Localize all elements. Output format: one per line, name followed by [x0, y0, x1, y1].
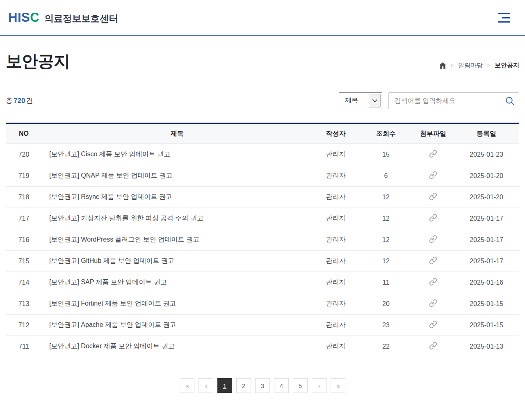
- search-icon: [505, 96, 515, 106]
- row-date: 2025-01-20: [454, 187, 519, 208]
- row-author: 관리자: [312, 208, 359, 229]
- breadcrumb: > 알림마당 > 보안공지: [439, 62, 519, 73]
- row-number: 713: [6, 293, 42, 315]
- row-author: 관리자: [312, 165, 359, 187]
- row-number: 719: [6, 165, 42, 187]
- row-attachment: [413, 187, 454, 208]
- row-date: 2025-01-23: [454, 144, 519, 165]
- row-attachment: [413, 293, 454, 315]
- link-icon: [429, 235, 437, 243]
- total-count-number: 720: [13, 97, 26, 105]
- search-category-select[interactable]: 제목: [339, 92, 382, 109]
- table-body: 720 [보안권고] Cisco 제품 보안 업데이트 권고 관리자 15 20…: [6, 144, 519, 357]
- row-number: 712: [6, 315, 42, 336]
- link-icon: [429, 256, 437, 265]
- row-attachment: [413, 336, 454, 357]
- breadcrumb-separator-icon: >: [451, 63, 454, 68]
- pagination-page-button-3[interactable]: 3: [255, 378, 270, 393]
- total-suffix: 건: [26, 97, 33, 105]
- notice-title-link[interactable]: [보안권고] SAP 제품 보안 업데이트 권고: [42, 272, 312, 293]
- notice-title-link[interactable]: [보안권고] Docker 제품 보안 업데이트 권고: [42, 336, 312, 357]
- attachment-link[interactable]: [429, 256, 437, 265]
- notice-title-link[interactable]: [보안권고] Rsync 제품 보안 업데이트 권고: [42, 187, 312, 208]
- logo-acronym-main: HIS: [8, 10, 30, 25]
- row-date: 2025-01-13: [454, 336, 519, 357]
- pagination-prev-button[interactable]: ‹: [199, 378, 213, 393]
- attachment-link[interactable]: [429, 192, 437, 201]
- attachment-link[interactable]: [429, 320, 437, 329]
- row-author: 관리자: [312, 144, 359, 165]
- row-date: 2025-01-15: [454, 315, 519, 336]
- row-author: 관리자: [312, 293, 359, 315]
- total-prefix: 총: [6, 97, 13, 105]
- row-views: 11: [359, 272, 413, 293]
- breadcrumb-item[interactable]: 알림마당: [458, 62, 483, 69]
- pagination: « ‹ 12345 › »: [6, 378, 519, 393]
- pagination-first-button[interactable]: «: [180, 378, 194, 393]
- row-number: 714: [6, 272, 42, 293]
- column-header-no: NO: [6, 123, 42, 144]
- table-row: 712 [보안권고] Apache 제품 보안 업데이트 권고 관리자 23 2…: [6, 315, 519, 336]
- main-content: 보안공지 > 알림마당 > 보안공지 총720건 제목: [0, 50, 525, 393]
- row-date: 2025-01-17: [454, 208, 519, 229]
- row-number: 718: [6, 187, 42, 208]
- table-row: 715 [보안권고] GitHub 제품 보안 업데이트 권고 관리자 12 2…: [6, 251, 519, 272]
- pagination-page-button-2[interactable]: 2: [236, 378, 251, 393]
- row-number: 716: [6, 229, 42, 251]
- link-icon: [429, 278, 437, 286]
- row-views: 20: [359, 293, 413, 315]
- notice-table: NO 제목 작성자 조회수 첨부파일 등록일 720 [보안권고] Cisco …: [6, 123, 519, 357]
- search-button[interactable]: [504, 95, 516, 107]
- board-controls: 총720건 제목: [6, 92, 519, 109]
- page-title: 보안공지: [6, 50, 70, 73]
- row-date: 2025-01-17: [454, 229, 519, 251]
- notice-title-link[interactable]: [보안권고] 가상자산 탈취를 위한 피싱 공격 주의 권고: [42, 208, 312, 229]
- attachment-link[interactable]: [429, 214, 437, 222]
- column-header-views: 조회수: [359, 123, 413, 144]
- attachment-link[interactable]: [429, 299, 437, 307]
- pagination-page-button-5[interactable]: 5: [293, 378, 308, 393]
- pagination-page-button-4[interactable]: 4: [274, 378, 289, 393]
- pagination-pages: 12345: [217, 378, 308, 393]
- site-logo[interactable]: HISC 의료정보보호센터: [8, 10, 118, 25]
- row-number: 717: [6, 208, 42, 229]
- attachment-link[interactable]: [429, 342, 437, 350]
- row-author: 관리자: [312, 272, 359, 293]
- row-views: 12: [359, 229, 413, 251]
- row-author: 관리자: [312, 229, 359, 251]
- title-row: 보안공지 > 알림마당 > 보안공지: [6, 50, 519, 73]
- notice-title-link[interactable]: [보안권고] Cisco 제품 보안 업데이트 권고: [42, 144, 312, 165]
- row-views: 6: [359, 165, 413, 187]
- row-author: 관리자: [312, 336, 359, 357]
- link-icon: [429, 192, 437, 201]
- breadcrumb-home[interactable]: [439, 62, 446, 69]
- notice-title-link[interactable]: [보안권고] GitHub 제품 보안 업데이트 권고: [42, 251, 312, 272]
- attachment-link[interactable]: [429, 235, 437, 243]
- row-views: 23: [359, 315, 413, 336]
- row-author: 관리자: [312, 251, 359, 272]
- row-date: 2025-01-16: [454, 272, 519, 293]
- column-header-title: 제목: [42, 123, 312, 144]
- table-row: 719 [보안권고] QNAP 제품 보안 업데이트 권고 관리자 6 2025…: [6, 165, 519, 187]
- table-row: 718 [보안권고] Rsync 제품 보안 업데이트 권고 관리자 12 20…: [6, 187, 519, 208]
- row-attachment: [413, 144, 454, 165]
- chevron-down-icon: [369, 94, 381, 107]
- notice-title-link[interactable]: [보안권고] Fortinet 제품 보안 업데이트 권고: [42, 293, 312, 315]
- notice-title-link[interactable]: [보안권고] WordPress 플러그인 보안 업데이트 권고: [42, 229, 312, 251]
- logo-title: 의료정보보호센터: [44, 12, 118, 25]
- hamburger-menu-icon[interactable]: [498, 13, 510, 23]
- pagination-next-button[interactable]: ›: [312, 378, 326, 393]
- link-icon: [429, 320, 437, 329]
- attachment-link[interactable]: [429, 150, 437, 158]
- link-icon: [429, 342, 437, 350]
- notice-title-link[interactable]: [보안권고] QNAP 제품 보안 업데이트 권고: [42, 165, 312, 187]
- pagination-last-button[interactable]: »: [331, 378, 345, 393]
- attachment-link[interactable]: [429, 171, 437, 179]
- notice-title-link[interactable]: [보안권고] Apache 제품 보안 업데이트 권고: [42, 315, 312, 336]
- search-category-value: 제목: [345, 96, 358, 105]
- row-views: 15: [359, 144, 413, 165]
- pagination-page-button-1[interactable]: 1: [217, 378, 232, 393]
- search-input[interactable]: [388, 92, 519, 109]
- attachment-link[interactable]: [429, 278, 437, 286]
- row-attachment: [413, 272, 454, 293]
